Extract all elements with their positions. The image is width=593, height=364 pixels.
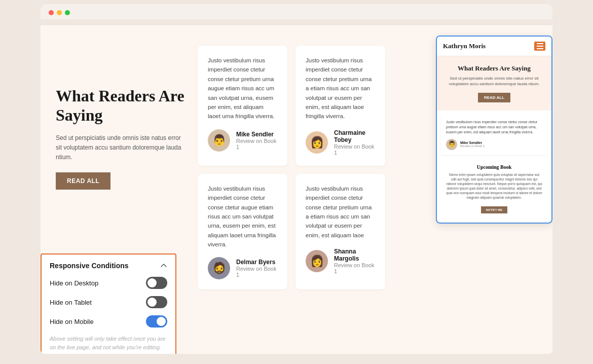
review-card: Justo vestibulum risus imperdiet conse c… (295, 46, 385, 166)
mobile-avatar: 👨 (446, 139, 457, 150)
reviewer-info: Delmar Byers Review on Book 1 (236, 259, 277, 278)
mobile-notify-button[interactable]: NOTIFY ME (481, 206, 508, 213)
mobile-hero-text: Sed ut perspiciatis unde omnis iste-natu… (445, 76, 543, 87)
main-canvas: What Readers Are Saying Sed ut perspicia… (41, 25, 552, 354)
mobile-hero-title: What Readers Are Saying (445, 64, 543, 72)
reviewer: 👩 Shanna Margolis Review on Book 1 (306, 248, 375, 274)
reviewer: 👨 Mike Sendler Review on Book 1 (208, 129, 277, 152)
reviewer-name: Shanna Margolis (334, 248, 375, 262)
hide-desktop-toggle[interactable] (146, 277, 167, 289)
avatar: 👨 (208, 129, 230, 152)
avatar: 👩 (306, 131, 328, 154)
mobile-reviewer-name: Mike Sendler (460, 141, 485, 144)
reviewer-name: Charmaine Tobey (334, 129, 375, 143)
hamburger-icon[interactable] (534, 42, 545, 51)
browser-chrome (41, 4, 552, 19)
read-all-button[interactable]: READ ALL (56, 172, 110, 190)
hamburger-line-2 (537, 46, 543, 47)
mobile-review-card: Justo vestibulum risus imperdier conse c… (441, 115, 547, 155)
review-card: Justo vestibulum risus imperdiet conse c… (198, 46, 287, 166)
reviewer-info: Mike Sendler Review on Book 1 (236, 131, 277, 150)
reviewer-name: Mike Sendler (236, 131, 277, 138)
review-card: Justo vestibulum risus imperdiet conse c… (295, 174, 385, 290)
maximize-dot (65, 10, 70, 15)
mobile-reviewer-sub: Review on Book 1 (460, 144, 485, 148)
minimize-dot (57, 10, 62, 15)
hide-mobile-label: Hide on Mobile (50, 318, 94, 325)
mobile-upcoming-section: Upcoming Book Nemo enim ipsam voluptatem… (441, 159, 547, 219)
review-card: Justo vestibulum risus imperdiet conse c… (198, 174, 287, 290)
left-section: What Readers Are Saying Sed ut perspicia… (56, 86, 188, 190)
mobile-upcoming-title: Upcoming Book (446, 164, 542, 170)
panel-header: Responsive Conditions (50, 262, 167, 270)
reviewer-info: Shanna Margolis Review on Book 1 (334, 248, 375, 274)
hide-tablet-knob (147, 298, 157, 307)
mobile-review-text: Justo vestibulum risus imperdier conse c… (446, 120, 542, 134)
review-text: Justo vestibulum risus imperdiet conse c… (208, 184, 277, 249)
reviewer-sub: Review on Book 1 (334, 143, 375, 156)
chevron-up-icon[interactable] (160, 262, 167, 269)
hide-mobile-knob (157, 317, 166, 326)
reviewer: 🧔 Delmar Byers Review on Book 1 (208, 257, 277, 279)
hide-tablet-toggle[interactable] (146, 296, 167, 308)
mobile-reviewer: 👨 Mike Sendler Review on Book 1 (446, 139, 542, 150)
hide-mobile-toggle[interactable] (146, 315, 167, 327)
review-text: Justo vestibulum risus imperdiet conse c… (208, 56, 277, 121)
panel-note: Above setting will only take effect once… (50, 335, 167, 351)
mobile-preview-panel: Kathryn Moris What Readers Are Saying Se… (436, 35, 552, 224)
review-text: Justo vestibulum risus imperdiet conse c… (306, 56, 375, 121)
reviewer-info: Charmaine Tobey Review on Book 1 (334, 129, 375, 156)
section-title: What Readers Are Saying (56, 86, 188, 125)
close-dot (49, 10, 54, 15)
mobile-site-title: Kathryn Moris (443, 42, 486, 50)
hamburger-line-1 (537, 43, 543, 44)
reviewer-sub: Review on Book 1 (236, 266, 277, 278)
hide-tablet-label: Hide on Tablet (50, 299, 92, 306)
mobile-hero-section: What Readers Are Saying Sed ut perspicia… (437, 56, 551, 111)
responsive-conditions-panel: Responsive Conditions Hide on Desktop Hi… (41, 253, 176, 354)
panel-title: Responsive Conditions (50, 262, 129, 270)
reviewer-sub: Review on Book 1 (236, 138, 277, 150)
review-text: Justo vestibulum risus imperdiet conse c… (306, 184, 375, 240)
hide-desktop-knob (147, 278, 157, 287)
avatar: 🧔 (208, 257, 230, 279)
review-cards-grid: Justo vestibulum risus imperdiet conse c… (198, 46, 385, 289)
hide-desktop-label: Hide on Desktop (50, 279, 98, 287)
hide-mobile-row: Hide on Mobile (50, 315, 167, 327)
reviewer-sub: Review on Book 1 (334, 262, 375, 274)
mobile-upcoming-text: Nemo enim ipsam voluptatem quia voluptas… (446, 172, 542, 200)
mobile-header: Kathryn Moris (437, 37, 551, 56)
hide-tablet-row: Hide on Tablet (50, 296, 167, 308)
hide-desktop-row: Hide on Desktop (50, 277, 167, 289)
avatar: 👩 (306, 250, 328, 272)
mobile-read-all-button[interactable]: READ ALL (478, 93, 510, 102)
reviewer-name: Delmar Byers (236, 259, 277, 266)
hamburger-line-3 (537, 48, 543, 49)
mobile-reviewer-info: Mike Sendler Review on Book 1 (460, 141, 485, 148)
reviewer: 👩 Charmaine Tobey Review on Book 1 (306, 129, 375, 156)
section-description: Sed ut perspiciatis unde omnis iste natu… (56, 133, 188, 163)
